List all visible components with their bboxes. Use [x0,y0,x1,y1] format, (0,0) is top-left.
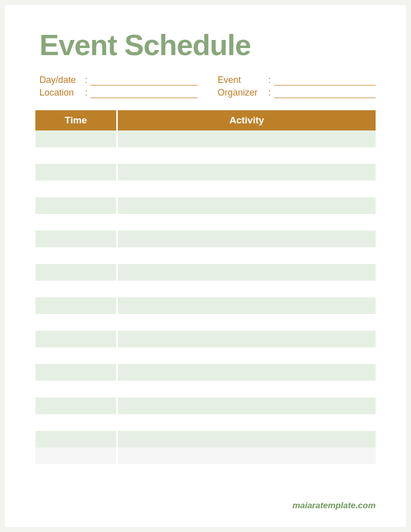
table-row [35,364,376,381]
cell-time[interactable] [35,130,116,147]
cell-activity[interactable] [116,297,376,314]
meta-line-organizer[interactable] [274,88,376,98]
cell-time[interactable] [35,147,116,164]
table-row [35,231,376,247]
meta-colon: : [268,87,271,98]
cell-time[interactable] [35,247,116,264]
table-row [35,197,376,214]
meta-col-right: Event : Organizer : [218,75,376,100]
cell-time[interactable] [35,297,116,314]
header-time: Time [35,110,116,130]
cell-activity[interactable] [116,381,376,397]
cell-activity[interactable] [116,197,376,214]
table-row [35,164,376,181]
cell-activity[interactable] [116,347,376,364]
meta-row-event: Event : [218,75,376,85]
cell-time[interactable] [35,181,116,197]
meta-block: Day/date : Location : Event : Organizer … [39,75,376,100]
cell-time[interactable] [35,414,116,431]
table-row [35,314,376,331]
cell-activity[interactable] [116,181,376,197]
meta-row-organizer: Organizer : [218,87,376,98]
table-row [35,281,376,297]
table-row [35,264,376,281]
cell-time[interactable] [35,347,116,364]
cell-time[interactable] [35,314,116,331]
table-row [35,381,376,397]
meta-line-location[interactable] [90,88,197,98]
meta-label-organizer: Organizer [218,87,268,98]
cell-time[interactable] [35,431,116,448]
cell-time[interactable] [35,397,116,414]
table-row [35,347,376,364]
meta-line-daydate[interactable] [90,76,197,85]
cell-time[interactable] [35,214,116,231]
table-row [35,247,376,264]
table-row [35,414,376,431]
cell-activity[interactable] [116,281,376,297]
cell-time[interactable] [35,364,116,381]
meta-colon: : [85,75,87,85]
meta-row-daydate: Day/date : [39,75,198,85]
cell-time[interactable] [35,231,116,247]
table-header-row: Time Activity [35,110,376,130]
meta-row-location: Location : [39,87,198,98]
cell-activity[interactable] [116,331,376,347]
table-row [35,130,376,147]
cell-activity[interactable] [116,264,376,281]
cell-activity[interactable] [116,247,376,264]
table-row [35,331,376,347]
cell-time[interactable] [35,281,116,297]
cell-activity[interactable] [116,130,376,147]
table-row [35,397,376,414]
page-title: Event Schedule [39,30,376,60]
table-row [35,147,376,164]
document-page: Event Schedule Day/date : Location : Eve… [5,5,406,527]
table-row [35,448,376,464]
meta-label-location: Location [39,87,85,98]
cell-time[interactable] [35,331,116,347]
cell-time[interactable] [35,264,116,281]
meta-line-event[interactable] [274,76,376,85]
cell-activity[interactable] [116,231,376,247]
cell-activity[interactable] [116,147,376,164]
cell-activity[interactable] [116,214,376,231]
table-row [35,431,376,448]
cell-activity[interactable] [116,364,376,381]
meta-label-daydate: Day/date [39,75,85,85]
cell-time[interactable] [35,448,116,464]
cell-activity[interactable] [116,164,376,181]
table-row [35,181,376,197]
cell-time[interactable] [35,197,116,214]
cell-activity[interactable] [116,448,376,464]
meta-label-event: Event [218,75,268,85]
schedule-table: Time Activity [35,110,376,464]
meta-col-left: Day/date : Location : [39,75,198,100]
table-row [35,297,376,314]
cell-activity[interactable] [116,414,376,431]
footer-credit: maiaratemplate.com [293,501,376,511]
cell-activity[interactable] [116,431,376,448]
cell-time[interactable] [35,381,116,397]
cell-time[interactable] [35,164,116,181]
cell-activity[interactable] [116,397,376,414]
table-row [35,214,376,231]
header-activity: Activity [116,110,376,130]
meta-colon: : [268,75,271,85]
cell-activity[interactable] [116,314,376,331]
meta-colon: : [85,87,87,98]
